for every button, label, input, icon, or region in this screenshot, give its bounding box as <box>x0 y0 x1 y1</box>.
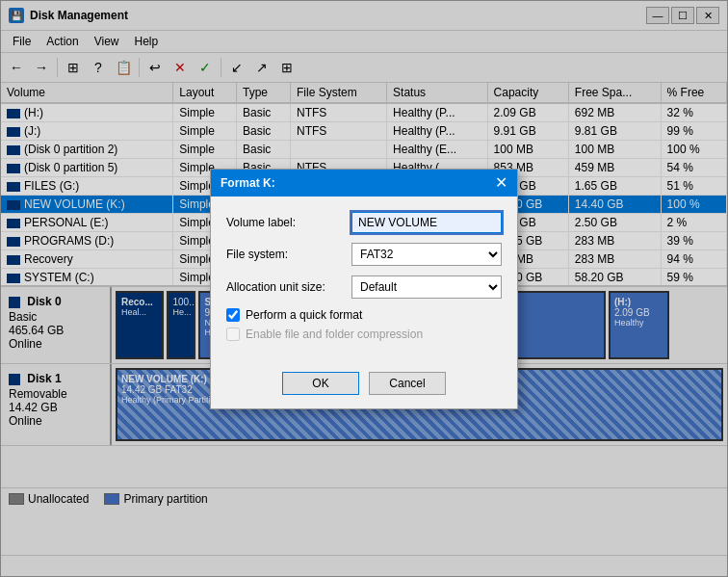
allocation-select[interactable]: Default 512 1024 2048 4096 <box>351 275 502 299</box>
ok-button[interactable]: OK <box>282 372 359 395</box>
format-dialog: Format K: ✕ Volume label: File system: F… <box>210 169 518 409</box>
dialog-body: Volume label: File system: FAT32 NTFS ex… <box>211 197 517 362</box>
allocation-select-wrapper: Default 512 1024 2048 4096 <box>351 275 502 299</box>
quick-format-checkbox[interactable] <box>226 308 240 322</box>
quick-format-row: Perform a quick format <box>226 308 502 322</box>
allocation-row: Allocation unit size: Default 512 1024 2… <box>226 275 502 299</box>
dialog-overlay: Format K: ✕ Volume label: File system: F… <box>0 0 728 577</box>
cancel-button[interactable]: Cancel <box>369 372 446 395</box>
dialog-close-button[interactable]: ✕ <box>495 175 507 191</box>
dialog-buttons: OK Cancel <box>211 362 517 408</box>
file-system-row: File system: FAT32 NTFS exFAT <box>226 243 502 266</box>
file-system-label: File system: <box>226 248 351 261</box>
compression-label: Enable file and folder compression <box>246 328 423 341</box>
allocation-label: Allocation unit size: <box>226 280 351 294</box>
quick-format-label: Perform a quick format <box>246 308 362 322</box>
volume-label-row: Volume label: <box>226 212 502 233</box>
file-system-select-wrapper: FAT32 NTFS exFAT <box>351 243 502 266</box>
checkboxes-area: Perform a quick format Enable file and f… <box>226 308 502 341</box>
volume-label-input[interactable] <box>351 212 502 233</box>
dialog-title-text: Format K: <box>221 176 275 190</box>
compression-checkbox[interactable] <box>226 328 240 341</box>
volume-label-label: Volume label: <box>226 216 351 229</box>
dialog-title-bar: Format K: ✕ <box>211 170 517 197</box>
volume-label-input-wrapper <box>351 212 502 233</box>
file-system-select[interactable]: FAT32 NTFS exFAT <box>351 243 502 266</box>
compression-row: Enable file and folder compression <box>226 328 502 341</box>
